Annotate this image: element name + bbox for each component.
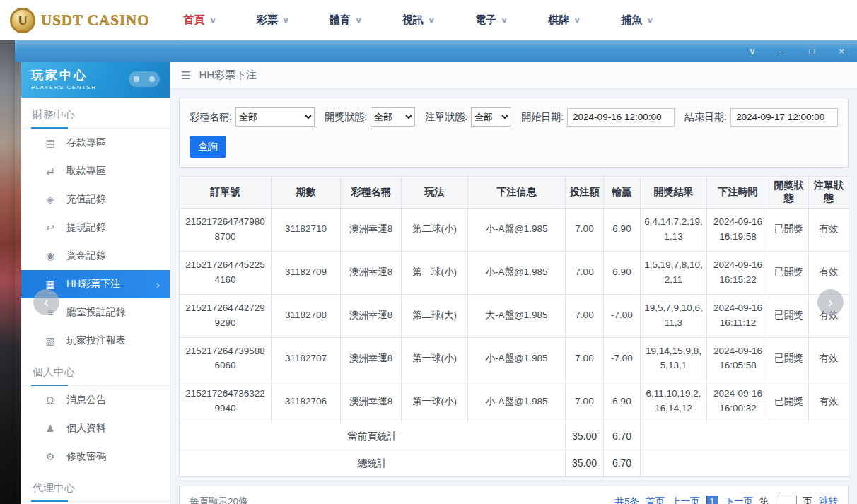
cell-order-status: 有效 [809, 337, 849, 380]
sidebar-item-withdraw-record[interactable]: ↩ 提現記錄 [21, 213, 170, 242]
sidebar-item-change-password[interactable]: ⚙ 修改密碼 [21, 443, 170, 471]
sidebar-item-profile[interactable]: ♟ 個人資料 [21, 414, 170, 443]
menu-toggle-icon[interactable]: ☰ [181, 69, 190, 82]
window-titlebar: ∨ – □ × [15, 40, 857, 62]
cell-order: 2152172647363229940 [180, 380, 272, 423]
table-row: 2152172647427299290 31182708 澳洲幸運8 第二球(大… [180, 294, 849, 337]
nav-item-slots[interactable]: 電子 ∨ [475, 13, 507, 27]
sidebar-item-player-bet-report[interactable]: ▧ 玩家投注報表 [21, 327, 170, 355]
draw-status-select[interactable]: 全部 [371, 107, 415, 127]
order-status-select[interactable]: 全部 [471, 107, 511, 127]
brand-logo[interactable]: U USDT CASINO [10, 8, 150, 33]
page-summary-bet: 35.00 [566, 423, 604, 450]
cell-bet-info: 大-A盤@1.985 [468, 294, 566, 337]
cell-draw-status: 已開獎 [769, 209, 809, 252]
col-header-order-status: 注單狀態 [809, 177, 849, 209]
col-header-play: 玩法 [402, 177, 468, 209]
cell-period: 31182708 [272, 294, 341, 337]
sidebar-item-label: HH彩票下注 [66, 278, 120, 291]
page-title: HH彩票下注 [199, 69, 257, 82]
end-date-label: 結束日期: [684, 111, 727, 124]
window-body: 玩家中心 PLAYERS CENTER 財務中心 ▤ 存款專區 ⇄ 取款專區 ◈… [21, 62, 857, 504]
first-page-link[interactable]: 首页 [646, 496, 665, 504]
col-header-result: 開獎結果 [641, 177, 707, 209]
report-icon: ▧ [44, 335, 57, 346]
chevron-right-icon: › [156, 279, 160, 291]
window-maximize-icon[interactable]: □ [806, 47, 817, 56]
cell-lottery: 澳洲幸運8 [341, 209, 402, 252]
nav-item-home[interactable]: 首頁 ∨ [184, 13, 216, 27]
lottery-name-select[interactable]: 全部 [235, 107, 315, 127]
carousel-right-arrow-icon[interactable]: › [817, 289, 844, 315]
sidebar-item-label: 修改密碼 [66, 450, 106, 463]
col-header-draw-status: 開獎狀態 [769, 177, 809, 209]
prev-page-link[interactable]: 上一页 [671, 496, 700, 504]
total-summary-bet: 35.00 [566, 450, 604, 477]
window-minimize-icon[interactable]: – [776, 47, 788, 56]
bets-table-wrapper: 訂單號 期數 彩種名稱 玩法 下注信息 投注額 輸贏 開獎結果 下注時間 開獎狀… [179, 176, 849, 477]
start-date-input[interactable] [567, 108, 675, 127]
total-summary-label: 總統計 [180, 450, 566, 477]
sidebar-item-label: 提現記錄 [66, 221, 106, 234]
table-row: 2152172647363229940 31182706 澳洲幸運8 第一球(小… [180, 380, 849, 423]
nav-item-cards[interactable]: 棋牌 ∨ [548, 13, 580, 27]
cell-time: 2024-09-16 16:05:58 [707, 337, 769, 380]
sidebar-item-withdraw[interactable]: ⇄ 取款專區 [21, 157, 170, 185]
cell-play: 第一球(小) [402, 380, 468, 423]
section-title-personal: 個人中心 [21, 355, 170, 386]
cell-play: 第二球(小) [402, 209, 468, 252]
cell-amount: 7.00 [566, 337, 604, 380]
jump-suffix-text: 页 [803, 496, 813, 504]
cell-time: 2024-09-16 16:19:58 [707, 209, 769, 252]
nav-label: 首頁 [184, 13, 205, 27]
sidebar-item-deposit[interactable]: ▤ 存款專區 [21, 129, 170, 157]
lottery-book-icon: ▦ [44, 279, 57, 290]
col-header-period: 期數 [272, 177, 341, 209]
nav-item-live[interactable]: 視訊 ∨ [402, 13, 434, 27]
nav-label: 彩票 [257, 13, 278, 27]
gamepad-icon [129, 71, 160, 87]
current-page-button[interactable]: 1 [706, 496, 718, 504]
window-collapse-icon[interactable]: ∨ [747, 47, 758, 56]
nav-label: 視訊 [402, 13, 424, 27]
table-row: 2152172647452254160 31182709 澳洲幸運8 第一球(小… [180, 251, 849, 294]
chevron-down-icon: ∨ [427, 16, 435, 24]
total-summary-row: 總統計 35.00 6.70 [180, 450, 849, 477]
window-close-icon[interactable]: × [836, 47, 847, 56]
cell-order-status: 有效 [809, 251, 849, 294]
cell-amount: 7.00 [566, 380, 604, 423]
search-button[interactable]: 查詢 [190, 136, 226, 158]
nav-item-lottery[interactable]: 彩票 ∨ [257, 13, 288, 27]
cell-lottery: 澳洲幸運8 [341, 380, 402, 423]
chevron-down-icon: ∨ [281, 16, 289, 24]
player-center-window: ∨ – □ × 玩家中心 PLAYERS CENTER 財務中心 ▤ 存款專區 … [15, 40, 857, 504]
nav-label: 電子 [475, 13, 496, 27]
sidebar-item-label: 取款專區 [66, 165, 106, 177]
cell-winloss: -7.00 [604, 337, 641, 380]
draw-status-label: 開獎狀態: [325, 111, 367, 124]
cell-play: 第二球(大) [402, 294, 468, 337]
next-page-link[interactable]: 下一页 [725, 496, 754, 504]
nav-item-fishing[interactable]: 捕魚 ∨ [621, 13, 653, 27]
cell-result: 6,11,10,19,2,16,14,12 [641, 380, 707, 423]
sidebar-item-label: 消息公告 [66, 394, 106, 406]
page-summary-row: 當前頁統計 35.00 6.70 [180, 423, 849, 450]
user-icon: ♟ [44, 423, 57, 434]
chevron-down-icon: ∨ [354, 16, 362, 24]
sidebar-item-funds-record[interactable]: ◉ 資金記錄 [21, 242, 170, 270]
cashout-icon: ↩ [44, 222, 57, 233]
sidebar-item-recharge-record[interactable]: ◈ 充值記錄 [21, 185, 170, 213]
cell-bet-info: 小-A盤@1.985 [468, 251, 566, 294]
jump-button[interactable]: 跳转 [819, 496, 838, 504]
page-jump-input[interactable] [776, 496, 797, 504]
sidebar-item-announcements[interactable]: Ω 消息公告 [21, 386, 170, 414]
col-header-order: 訂單號 [180, 177, 272, 209]
brand-logo-icon: U [10, 8, 35, 33]
table-header-row: 訂單號 期數 彩種名稱 玩法 下注信息 投注額 輸贏 開獎結果 下注時間 開獎狀… [180, 177, 849, 209]
end-date-input[interactable] [730, 108, 838, 127]
carousel-left-arrow-icon[interactable]: ‹ [33, 289, 59, 315]
nav-item-sports[interactable]: 體育 ∨ [330, 13, 361, 27]
lottery-name-label: 彩種名稱: [190, 111, 232, 124]
main-menu: 首頁 ∨ 彩票 ∨ 體育 ∨ 視訊 ∨ 電子 ∨ 棋牌 ∨ [184, 13, 653, 27]
cell-period: 31182707 [272, 337, 341, 380]
